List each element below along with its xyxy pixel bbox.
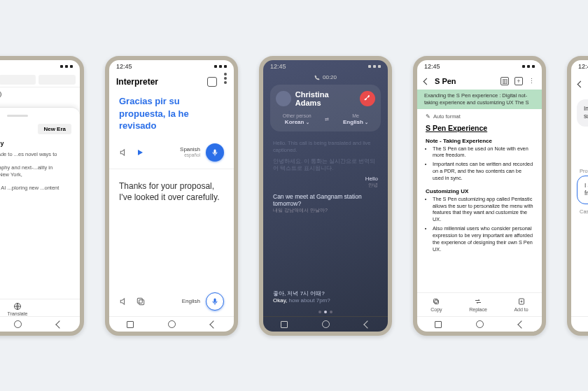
mic-button-top[interactable] [206, 143, 224, 162]
status-icons [214, 65, 227, 68]
note-bullets: The S Pen customizing app called Pentast… [417, 196, 542, 258]
article-sheet: New Era Era of Galaxy ...ing of new ...a… [0, 107, 80, 299]
status-bar: 12:45 [263, 60, 388, 73]
add-icon[interactable]: + [514, 77, 523, 85]
note-title: S Pen [435, 77, 495, 85]
note-heading: S Pen Experience [417, 124, 542, 136]
language-label[interactable]: English [182, 299, 200, 305]
browser-tab[interactable] [0, 75, 36, 85]
transcript-line: Hello 안녕 [365, 176, 378, 189]
sheet-handle[interactable] [7, 115, 28, 117]
phone-interpreter: 12:45 Interpreter Gracias pir su propues… [105, 56, 238, 336]
more-icon[interactable] [224, 77, 227, 80]
play-icon[interactable] [136, 148, 144, 157]
copy-icon[interactable] [136, 297, 146, 306]
note-bullets: The S Pen can be used on Note with even … [417, 145, 542, 187]
back-button[interactable] [209, 320, 217, 328]
other-language[interactable]: Other personKorean ⌄ [283, 113, 312, 126]
phone-chat: 12:45 Lind In good news, e... requested … [567, 56, 588, 336]
caller-name: Christina Adams [295, 90, 356, 107]
transcript-line: 안녕하세요. 이 통화는 실시간으로 번역되어 텍스트로 표시됩니다. [273, 158, 378, 172]
top-controls: Spanish español [109, 141, 234, 169]
note-bullet: The S Pen can be used on Note with even … [433, 145, 533, 159]
translated-text-bottom: Thanks for your proposal, I've looked it… [109, 169, 234, 290]
mic-button-bottom[interactable] [206, 292, 224, 311]
android-nav [109, 316, 234, 332]
recents-button[interactable] [127, 321, 134, 328]
menu-icon[interactable]: ≡ [0, 90, 1, 99]
back-button[interactable] [363, 320, 371, 328]
note-subheading: Customizing UX [417, 187, 542, 196]
status-icons [368, 65, 381, 68]
end-call-button[interactable] [360, 91, 375, 106]
page-dots [263, 308, 388, 316]
article-paragraph: ...e how Galaxy AI ...ploring new ...ont… [0, 185, 71, 199]
android-nav [571, 316, 588, 332]
add-to-button[interactable]: Add to [514, 297, 528, 312]
phone-browser: 12:45 ...com ◍ ⌕ ≡ New Era Era of Galaxy… [0, 56, 84, 336]
article-tag: New Era [38, 124, 71, 134]
note-actions: Copy Replace Add to [417, 292, 542, 316]
interpreter-header: Interpreter [109, 73, 234, 91]
status-time: 12:45 [270, 63, 286, 70]
note-bullet: Important notes can be written and recor… [433, 161, 533, 182]
speaker-icon[interactable] [119, 297, 129, 306]
article-paragraph: ...s in lastest ...aphy and next-...alit… [0, 164, 71, 179]
tone-suggestion[interactable]: I appreciate th... anticipation of... me… [577, 176, 588, 204]
page-view-icon[interactable]: ▥ [500, 77, 509, 85]
browser-footer: Translate [0, 299, 80, 316]
svg-rect-5 [435, 300, 439, 304]
home-button[interactable] [322, 320, 330, 328]
status-bar: 12:45 [571, 60, 588, 73]
home-button[interactable] [476, 320, 484, 328]
android-nav [417, 316, 542, 332]
more-icon[interactable]: ⋮ [528, 77, 535, 85]
article-paragraph: ...ing of new ...ade to ...es novel ways… [0, 151, 71, 159]
back-icon[interactable] [578, 80, 584, 87]
note-header: S Pen ▥ + ⋮ [417, 73, 542, 90]
replace-button[interactable]: Replace [469, 297, 487, 312]
back-icon[interactable] [424, 78, 430, 85]
svg-rect-6 [434, 299, 438, 304]
swap-icon[interactable]: ⇄ [325, 116, 329, 122]
layout-toggle-icon[interactable] [207, 77, 217, 87]
status-bar: 12:45 [0, 60, 80, 73]
note-subheading: Note - Taking Experience [417, 136, 542, 145]
home-button[interactable] [14, 320, 22, 328]
auto-format-label[interactable]: Auto format [417, 109, 542, 124]
transcript-line: Hello. This call is being translated and… [273, 140, 378, 154]
android-nav [263, 316, 388, 332]
svg-rect-3 [137, 298, 142, 303]
speaker-icon[interactable] [119, 148, 129, 157]
back-button[interactable] [55, 320, 63, 328]
my-language[interactable]: MeEnglish ⌄ [343, 113, 368, 126]
language-label[interactable]: Spanish español [180, 147, 200, 158]
transcript: Hello. This call is being translated and… [263, 131, 388, 290]
svg-rect-2 [139, 300, 144, 305]
home-button[interactable] [168, 320, 176, 328]
status-time: 12:45 [424, 63, 440, 70]
copy-button[interactable]: Copy [430, 297, 442, 312]
tone-label[interactable]: Casual [580, 208, 588, 215]
phone-live-translate-call: 12:45 00:20 Christina Adams Other person… [259, 56, 392, 336]
app-title: Interpreter [116, 77, 158, 87]
recents-button[interactable] [435, 321, 442, 328]
svg-rect-1 [214, 149, 216, 153]
translate-button[interactable]: Translate [8, 302, 28, 316]
phone-notes: 12:45 S Pen ▥ + ⋮ Exanding the S Pen exp… [413, 56, 546, 336]
back-button[interactable] [517, 320, 525, 328]
status-bar: 12:45 [109, 60, 234, 73]
svg-rect-4 [214, 299, 216, 303]
recents-button[interactable] [281, 321, 288, 328]
android-nav [0, 316, 80, 332]
note-highlight: Exanding the S Pen experience : Digital … [417, 90, 542, 109]
transcript-footer: 좋아, 저녁 7시 어때? Okay, how about 7pm? [263, 290, 388, 308]
article-headline: Era of Galaxy [0, 140, 71, 147]
status-time: 12:45 [116, 63, 132, 70]
browser-tab[interactable] [38, 75, 76, 85]
note-bullet: The S Pen customizing app called Pentast… [433, 196, 533, 223]
tone-label[interactable]: Professional [580, 168, 588, 174]
browser-tabs: ...com [0, 73, 80, 87]
status-icons [522, 65, 535, 68]
status-time: 12:45 [578, 63, 588, 70]
